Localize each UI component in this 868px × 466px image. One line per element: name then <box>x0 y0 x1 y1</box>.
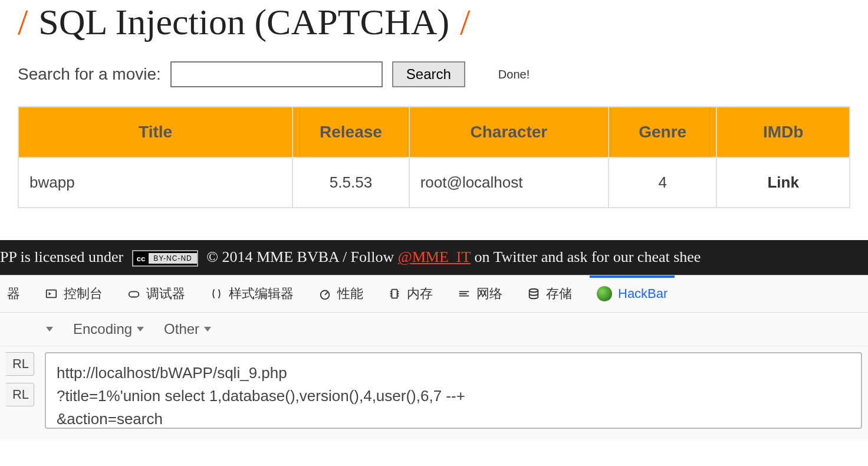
tab-console[interactable]: 控制台 <box>41 281 106 306</box>
col-title: Title <box>18 107 292 157</box>
footer-mid: © 2014 MME BVBA / Follow <box>206 248 394 265</box>
footer-twitter-handle[interactable]: @MME_IT <box>398 248 471 265</box>
tab-performance[interactable]: 性能 <box>315 281 367 306</box>
storage-icon <box>527 287 540 300</box>
tab-storage[interactable]: 存储 <box>524 281 576 306</box>
page-title: SQL Injection (CAPTCHA) <box>38 0 449 44</box>
cc-badge: cc BY-NC-ND <box>132 250 198 267</box>
col-imdb: IMDb <box>716 107 850 157</box>
footer-suffix: on Twitter and ask for our cheat shee <box>474 248 701 265</box>
style-editor-icon <box>210 287 223 300</box>
svg-point-4 <box>530 289 538 293</box>
tab-inspector-frag[interactable]: 器 <box>4 281 24 306</box>
footer-prefix: PP is licensed under <box>0 248 123 265</box>
debugger-icon <box>127 287 140 300</box>
footer-bar: PP is licensed under cc BY-NC-ND © 2014 … <box>0 240 868 275</box>
status-text: Done! <box>498 68 530 81</box>
dropdown-encoding-label: Encoding <box>73 321 132 337</box>
title-slash-left: / <box>18 4 28 40</box>
cc-badge-left: cc <box>133 253 149 264</box>
memory-icon <box>388 287 401 300</box>
tab-style-editor-label: 样式编辑器 <box>229 285 294 303</box>
col-character: Character <box>409 107 609 157</box>
cell-title: bwapp <box>18 157 292 208</box>
tab-network[interactable]: 网络 <box>454 281 506 306</box>
tab-debugger[interactable]: 调试器 <box>124 281 189 306</box>
search-button[interactable]: Search <box>392 61 465 87</box>
tab-memory[interactable]: 内存 <box>384 281 436 306</box>
svg-rect-3 <box>392 290 397 298</box>
cell-release: 5.5.53 <box>292 157 409 208</box>
tab-storage-label: 存储 <box>546 285 572 303</box>
cell-genre: 4 <box>609 157 716 208</box>
col-release: Release <box>292 107 409 157</box>
dropdown-encoding[interactable]: Encoding <box>73 321 144 337</box>
console-icon <box>45 287 58 300</box>
url-button-1[interactable]: RL <box>6 352 34 376</box>
hackbar-subbar: Encoding Other <box>0 313 868 346</box>
url-textarea[interactable] <box>45 352 862 429</box>
search-input[interactable] <box>170 61 383 87</box>
tab-style-editor[interactable]: 样式编辑器 <box>206 281 297 306</box>
tab-hackbar[interactable]: HackBar <box>593 283 671 305</box>
results-table: Title Release Character Genre IMDb bwapp… <box>18 106 850 208</box>
table-header-row: Title Release Character Genre IMDb <box>18 107 850 157</box>
performance-icon <box>318 287 331 300</box>
url-side-buttons: RL RL <box>6 352 34 429</box>
tab-debugger-label: 调试器 <box>146 285 185 303</box>
tab-console-label: 控制台 <box>64 285 103 303</box>
table-row: bwapp 5.5.53 root@localhost 4 Link <box>18 157 850 208</box>
network-icon <box>458 287 471 300</box>
devtools-tabs: 器 控制台 调试器 样式编辑器 性能 内存 网络 存储 <box>0 275 868 313</box>
tab-memory-label: 内存 <box>407 285 433 303</box>
col-genre: Genre <box>609 107 716 157</box>
svg-rect-0 <box>47 290 57 298</box>
caret-icon <box>204 327 211 332</box>
cell-imdb-link[interactable]: Link <box>716 157 850 208</box>
cell-character: root@localhost <box>409 157 609 208</box>
search-label: Search for a movie: <box>18 65 161 84</box>
svg-rect-1 <box>129 292 139 297</box>
tab-performance-label: 性能 <box>337 285 363 303</box>
url-button-2[interactable]: RL <box>6 383 34 406</box>
caret-icon <box>46 327 53 332</box>
title-slash-right: / <box>460 4 470 40</box>
tab-inspector-label: 器 <box>7 285 20 303</box>
caret-icon <box>137 327 144 332</box>
cc-badge-right: BY-NC-ND <box>149 253 197 264</box>
tab-network-label: 网络 <box>476 285 502 303</box>
dropdown-other-label: Other <box>164 321 199 337</box>
devtools-panel: 器 控制台 调试器 样式编辑器 性能 内存 网络 存储 <box>0 275 868 441</box>
hackbar-icon <box>597 286 612 301</box>
dropdown-other[interactable]: Other <box>164 321 211 337</box>
tab-hackbar-label: HackBar <box>618 286 668 301</box>
dropdown-first-frag[interactable] <box>41 327 53 332</box>
